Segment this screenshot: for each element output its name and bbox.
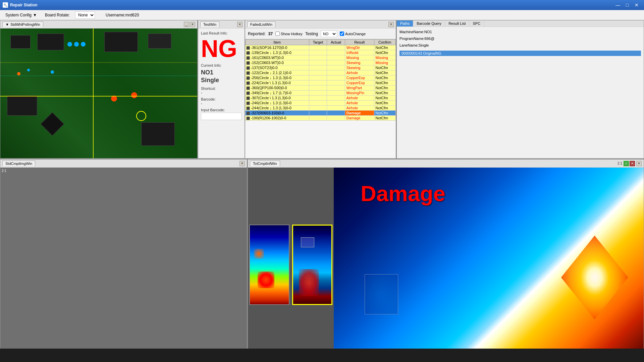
table-row[interactable]: ⬛ -256(Circle ↓ 1.3 |1.3)0-0CopperExpNot… — [246, 75, 396, 80]
table-row[interactable]: ⬛ -327(R0603-103)0-0DamageNotCfm — [246, 111, 396, 116]
cell-target — [309, 70, 327, 75]
table-row[interactable]: ⬛ -161(C0603-WT)0-0MissingMissing — [246, 55, 396, 60]
cell-confirm: NotCfm — [374, 80, 395, 85]
last-result-label: Last Result Info: — [201, 31, 242, 35]
cell-actual — [327, 65, 345, 70]
pcb-diamond-ic — [41, 112, 64, 136]
cell-confirm: Missing — [374, 55, 395, 60]
table-row[interactable]: ⬛ -152(C0603-WT)0-0SkewingMissing — [246, 60, 396, 65]
minimize-button[interactable]: — — [613, 2, 623, 8]
cell-actual — [327, 116, 345, 121]
tct-close-btn[interactable]: × — [636, 161, 642, 166]
pcb-pad-5 — [27, 69, 30, 71]
table-row[interactable]: ⬛ -349(Circle ↓ 1.7 |1.7)0-0MissingPinNo… — [246, 90, 396, 96]
cell-item: ⬛ -327(R0603-103)0-0 — [246, 111, 309, 116]
trace-h1 — [0, 62, 197, 63]
testwn-tab[interactable]: TestWin — [200, 21, 219, 27]
board-close-btn[interactable]: × — [190, 22, 195, 27]
table-row[interactable]: ⬛ -360(QFP100-500)0-0WrngPartNotCfm — [246, 85, 396, 90]
failed-close-btn[interactable]: × — [388, 22, 394, 27]
taskbar — [0, 349, 644, 362]
app-title: Repair Station — [10, 3, 37, 7]
barcode-query-tab[interactable]: Barcode Query — [413, 20, 445, 26]
thermal-component-1 — [365, 274, 398, 314]
lane-name: LaneName:Single — [399, 42, 641, 49]
autochange-checkbox[interactable] — [340, 32, 344, 36]
table-row[interactable]: ⬛ -137(SOT23)0-0SkewingNotCfm — [246, 65, 396, 70]
table-row[interactable]: ⬛ -307(Circle \ 1.3 |1.3)0-0AirholeNotCf… — [246, 96, 396, 101]
paths-tab[interactable]: Paths — [397, 20, 413, 26]
tct-tab[interactable]: TctCmptInfWin — [250, 161, 280, 166]
cell-item: ⬛ -190(R1206-1002)0-0 — [246, 116, 309, 121]
failed-table-scroll[interactable]: Item Target Actual Result Confirm ⬛ -361… — [245, 39, 396, 158]
col-confirm: Confirm — [374, 40, 395, 45]
cell-item: ⬛ -137(SOT23)0-0 — [246, 65, 309, 70]
tct-check-icons: ✓ ✕ — [624, 161, 635, 166]
cell-target — [309, 45, 327, 50]
reported-label: Reported: — [248, 32, 266, 36]
pcb-pad-2 — [74, 42, 79, 47]
pcb-ic-bottom — [141, 122, 175, 146]
autochange-wrap: AutoChange — [340, 32, 366, 36]
show-hotkey-checkbox[interactable] — [275, 32, 280, 36]
col-target: Target — [309, 40, 327, 45]
table-row[interactable]: ⬛ -246(Circle ↓ 1.3 |1.3)0-0AirholeNotCf… — [246, 101, 396, 106]
check-icon-1: ✓ — [624, 161, 629, 166]
heat-spot-mid — [299, 269, 319, 296]
board-rotate-select[interactable]: None 90° 180° 270° — [75, 11, 95, 19]
table-row[interactable]: ⬛ -190(R1206-1002)0-0DamageNotCfm — [246, 116, 396, 121]
cell-target — [309, 60, 327, 65]
table-row[interactable]: ⬛ -361(SOP16-1270)0-0WrngDirNotCfm — [246, 45, 396, 50]
cell-confirm: NotCfm — [374, 111, 395, 116]
title-bar: 🔧 Repair Station — □ ✕ — [0, 0, 644, 10]
cell-result: Inffsold — [345, 50, 374, 55]
cell-item: ⬛ -256(Circle ↓ 1.3 |1.3)0-0 — [246, 75, 309, 80]
cell-target — [309, 111, 327, 116]
board-minimize-btn[interactable]: _ — [184, 22, 189, 27]
test-panel: TestWin × Last Result Info: NG Current I… — [198, 20, 245, 159]
cell-item: ⬛ -360(QFP100-500)0-0 — [246, 85, 309, 90]
table-row[interactable]: ⬛ -244(Circle ↓ 1.3 |1.3)0-0AirholeNotCf… — [246, 106, 396, 111]
spc-tab[interactable]: SPC — [469, 20, 484, 26]
cell-confirm: NotCfm — [374, 75, 395, 80]
cell-target — [309, 106, 327, 111]
cell-confirm: NotCfm — [374, 65, 395, 70]
board-content[interactable] — [0, 28, 197, 158]
result-list-tab[interactable]: Result List — [445, 20, 469, 26]
thermal-panel: TctCmptInfWin 2:1 ✓ ✕ × — [248, 159, 644, 362]
cell-result: Airhole — [345, 106, 374, 111]
cell-confirm: NotCfm — [374, 101, 395, 106]
cell-item: ⬛ -246(Circle ↓ 1.3 |1.3)0-0 — [246, 101, 309, 106]
table-row[interactable]: ⬛ -139(Circle ↓ 1.3 |1.3)0-0InffsoldNotC… — [246, 50, 396, 55]
show-hotkey-label: Show Hotkey — [281, 32, 303, 36]
pcb-pad-large2 — [131, 92, 137, 98]
close-button[interactable]: ✕ — [632, 2, 641, 8]
cell-item: ⬛ -161(C0603-WT)0-0 — [246, 55, 309, 60]
cell-confirm: NotCfm — [374, 45, 395, 50]
table-row[interactable]: ⬛ -224(Circle \ 1.3 |1.3)0-0CopperExpNot… — [246, 80, 396, 85]
cell-actual — [327, 45, 345, 50]
testing-select[interactable]: NO YES — [321, 31, 337, 37]
failed-header-controls: Reported: 37 Show Hotkey Testing NO YES … — [245, 28, 396, 39]
system-config-menu[interactable]: System Config ▼ — [3, 12, 40, 18]
failed-list-tab[interactable]: FailedListWin — [247, 21, 275, 27]
heatmap-mid — [292, 225, 332, 305]
test-close-btn[interactable]: × — [237, 22, 243, 27]
paths-list-item[interactable]: 0000000143 OriginalNG — [399, 51, 641, 56]
cell-result: WrngPart — [345, 85, 374, 90]
cell-item: ⬛ -224(Circle \ 1.3 |1.3)0-0 — [246, 80, 309, 85]
table-row[interactable]: ⬛ -122(Circle ↓ 2.1 |2.1)0-0AirholeNotCf… — [246, 70, 396, 75]
board-panel: ▼ StdWhlPnlImgWin _ × — [0, 20, 198, 159]
test-content: Last Result Info: NG Current Info: NO1 S… — [198, 28, 245, 158]
paths-panel: Paths Barcode Query Result List SPC Mach… — [396, 20, 644, 159]
cell-item: ⬛ -122(Circle ↓ 2.1 |2.1)0-0 — [246, 70, 309, 75]
restore-button[interactable]: □ — [623, 2, 632, 8]
autochange-label: AutoChange — [345, 32, 366, 36]
stdcmpt-close-btn[interactable]: × — [239, 161, 245, 166]
input-barcode-label: Input Barcode: — [201, 108, 242, 112]
cell-result: CopperExp — [345, 75, 374, 80]
cell-item: ⬛ -307(Circle \ 1.3 |1.3)0-0 — [246, 96, 309, 101]
stdwhl-tab[interactable]: ▼ StdWhlPnlImgWin — [2, 21, 43, 27]
barcode-input-field[interactable] — [201, 113, 242, 120]
stdcmpt-tab[interactable]: StdCmptImgWin — [2, 161, 35, 166]
